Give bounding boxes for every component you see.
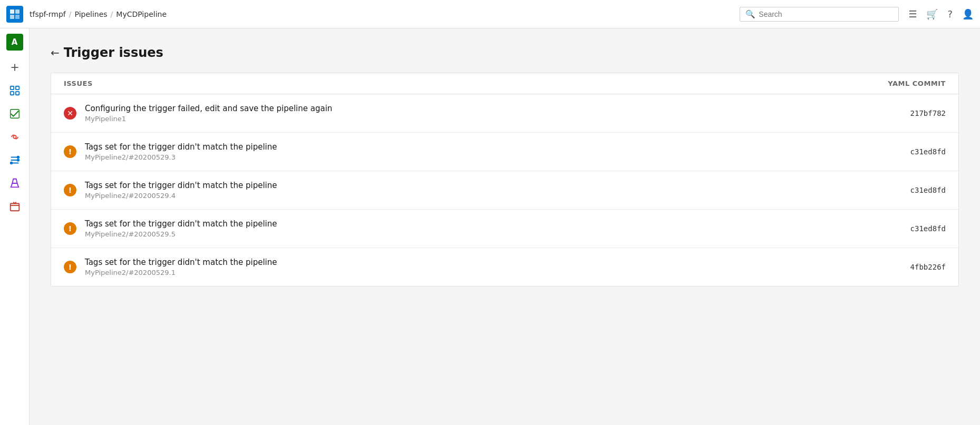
issue-subtitle: MyPipeline2/#20200529.3 [85, 153, 840, 161]
svg-point-14 [10, 162, 12, 164]
svg-point-13 [17, 159, 19, 161]
sidebar-avatar[interactable]: A [6, 34, 23, 51]
issue-subtitle: MyPipeline2/#20200529.1 [85, 269, 840, 276]
sidebar-item-backlogs[interactable] [4, 103, 25, 124]
warning-icon: ! [64, 145, 76, 158]
topbar: tfspf-rmpf / Pipelines / MyCDPipeline 🔍 … [0, 0, 980, 28]
breadcrumb-pipeline[interactable]: MyCDPipeline [116, 10, 167, 18]
svg-rect-10 [10, 110, 19, 118]
topbar-actions: ☰ 🛒 ? 👤 [908, 8, 974, 19]
svg-rect-7 [15, 86, 18, 90]
page-title: Trigger issues [64, 45, 163, 60]
issue-commit: c31ed8fd [840, 147, 946, 156]
issue-commit: 4fbb226f [840, 263, 946, 271]
table-row[interactable]: !Tags set for the trigger didn't match t… [51, 171, 958, 210]
back-arrow-icon: ← [51, 46, 60, 59]
app-logo[interactable] [6, 6, 23, 23]
issue-title: Tags set for the trigger didn't match th… [85, 258, 840, 267]
col-issues-header: Issues [64, 80, 840, 87]
sidebar-item-add[interactable] [4, 57, 25, 78]
issue-title: Configuring the trigger failed, edit and… [85, 104, 840, 113]
table-row[interactable]: !Tags set for the trigger didn't match t… [51, 210, 958, 248]
issue-content: Configuring the trigger failed, edit and… [85, 104, 840, 123]
sidebar-item-test[interactable] [4, 173, 25, 194]
issue-content: Tags set for the trigger didn't match th… [85, 219, 840, 238]
basket-icon[interactable]: 🛒 [926, 8, 938, 19]
help-icon[interactable]: ? [947, 8, 953, 19]
issues-table: Issues YAML Commit ✕Configuring the trig… [51, 73, 959, 286]
issue-content: Tags set for the trigger didn't match th… [85, 258, 840, 276]
notifications-icon[interactable]: ☰ [908, 8, 917, 19]
back-button[interactable]: ← Trigger issues [51, 45, 959, 60]
issue-title: Tags set for the trigger didn't match th… [85, 219, 840, 229]
table-row[interactable]: !Tags set for the trigger didn't match t… [51, 133, 958, 171]
table-row[interactable]: !Tags set for the trigger didn't match t… [51, 248, 958, 286]
sidebar: A [0, 28, 30, 425]
svg-rect-3 [15, 15, 20, 19]
main-content: ← Trigger issues Issues YAML Commit ✕Con… [30, 28, 980, 425]
svg-rect-15 [10, 204, 19, 211]
issue-commit: c31ed8fd [840, 186, 946, 194]
issues-list: ✕Configuring the trigger failed, edit an… [51, 94, 958, 286]
account-icon[interactable]: 👤 [962, 8, 974, 19]
table-row[interactable]: ✕Configuring the trigger failed, edit an… [51, 94, 958, 133]
issue-content: Tags set for the trigger didn't match th… [85, 142, 840, 161]
search-icon: 🔍 [745, 9, 755, 19]
sidebar-item-pipelines[interactable] [4, 150, 25, 171]
breadcrumb-org[interactable]: tfspf-rmpf [30, 10, 66, 18]
svg-rect-0 [10, 9, 14, 14]
svg-rect-2 [10, 15, 14, 19]
search-input[interactable] [759, 10, 893, 18]
breadcrumb-sep1: / [69, 10, 72, 18]
sidebar-item-repos[interactable] [4, 126, 25, 147]
breadcrumb: tfspf-rmpf / Pipelines / MyCDPipeline [30, 10, 740, 18]
warning-icon: ! [64, 184, 76, 196]
svg-rect-8 [10, 92, 13, 95]
issue-subtitle: MyPipeline2/#20200529.4 [85, 192, 840, 200]
breadcrumb-sep2: / [111, 10, 113, 18]
error-icon: ✕ [64, 107, 76, 120]
issue-commit: c31ed8fd [840, 224, 946, 233]
svg-point-11 [13, 135, 16, 139]
issue-commit: 217bf782 [840, 109, 946, 117]
svg-rect-1 [15, 9, 20, 14]
breadcrumb-pipelines[interactable]: Pipelines [75, 10, 108, 18]
issue-subtitle: MyPipeline1 [85, 115, 840, 123]
col-yaml-header: YAML Commit [840, 80, 946, 87]
svg-rect-9 [15, 92, 18, 95]
sidebar-item-boards[interactable] [4, 80, 25, 101]
layout: A [0, 28, 980, 425]
svg-rect-6 [10, 86, 13, 90]
warning-icon: ! [64, 222, 76, 235]
issue-subtitle: MyPipeline2/#20200529.5 [85, 230, 840, 238]
table-header: Issues YAML Commit [51, 73, 958, 94]
issue-title: Tags set for the trigger didn't match th… [85, 142, 840, 152]
issue-content: Tags set for the trigger didn't match th… [85, 181, 840, 200]
warning-icon: ! [64, 261, 76, 273]
search-box[interactable]: 🔍 [740, 7, 899, 22]
sidebar-item-artifacts[interactable] [4, 196, 25, 217]
issue-title: Tags set for the trigger didn't match th… [85, 181, 840, 190]
svg-point-12 [17, 156, 19, 159]
